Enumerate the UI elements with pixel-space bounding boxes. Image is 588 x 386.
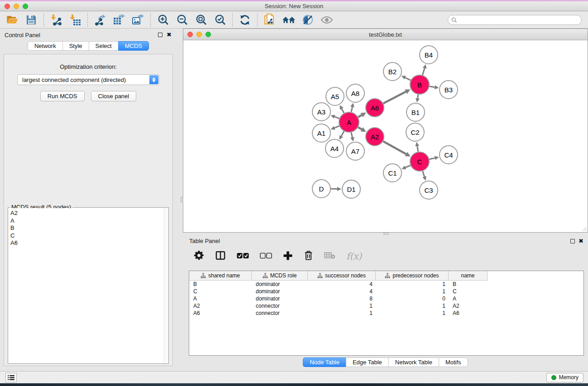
node-D1[interactable]: D1 xyxy=(342,180,360,198)
import-network-button[interactable] xyxy=(48,13,64,27)
edge-B-B3[interactable] xyxy=(430,86,435,87)
edge-A-A5[interactable] xyxy=(342,109,344,113)
node-A1[interactable]: A1 xyxy=(312,124,330,142)
result-item[interactable]: A xyxy=(10,217,164,225)
show-hide-button[interactable] xyxy=(319,13,335,27)
node-B4[interactable]: B4 xyxy=(420,46,438,64)
table-row[interactable]: Adominator80A xyxy=(189,295,583,302)
table-cell[interactable]: 1 xyxy=(376,303,449,309)
search-input[interactable] xyxy=(459,17,581,23)
node-A6[interactable]: A6 xyxy=(366,99,384,117)
table-cell[interactable]: 1 xyxy=(376,281,449,287)
node-D[interactable]: D xyxy=(312,180,330,198)
edge-A-A3[interactable] xyxy=(335,117,339,119)
table-cell[interactable]: dominator xyxy=(252,295,308,302)
mcds-result-list[interactable]: A2ABCA6 xyxy=(9,208,164,363)
node-C[interactable]: C xyxy=(410,152,429,171)
table-cell[interactable]: 4 xyxy=(308,288,376,295)
edge-A-A8[interactable] xyxy=(351,107,353,112)
memory-button[interactable]: Memory xyxy=(546,373,583,382)
result-item[interactable]: A2 xyxy=(10,210,164,217)
edge-A6-B[interactable] xyxy=(383,92,406,104)
table-cell[interactable]: connector xyxy=(252,310,308,316)
tab-motifs[interactable]: Motifs xyxy=(439,357,468,367)
table-cell[interactable]: A2 xyxy=(189,303,252,309)
tab-network-table[interactable]: Network Table xyxy=(388,357,439,367)
import-table-button[interactable] xyxy=(67,13,83,27)
export-image-button[interactable] xyxy=(130,13,146,27)
edge-A-A4[interactable] xyxy=(341,131,344,136)
criterion-select[interactable]: largest connected component (directed) xyxy=(17,74,159,85)
table-cell[interactable]: 1 xyxy=(308,310,376,316)
edge-C-C4[interactable] xyxy=(429,158,435,159)
search-field[interactable] xyxy=(448,15,582,25)
apply-preferred-layout-button[interactable] xyxy=(237,13,253,27)
float-panel-icon[interactable] xyxy=(157,32,163,38)
table-cell[interactable]: C xyxy=(449,288,488,295)
node-A3[interactable]: A3 xyxy=(312,103,330,121)
node-B2[interactable]: B2 xyxy=(383,62,402,81)
table-cell[interactable]: A xyxy=(449,295,488,302)
tab-network[interactable]: Network xyxy=(28,41,62,51)
table-row[interactable]: Bdominator41B xyxy=(189,281,583,288)
resize-grip-icon[interactable] xyxy=(581,226,587,232)
toggle-graphics-details-button[interactable] xyxy=(300,13,316,27)
edge-C-C3[interactable] xyxy=(423,171,425,177)
table-float-panel-icon[interactable] xyxy=(569,238,575,244)
table-cell[interactable]: dominator xyxy=(252,288,308,295)
table-cell[interactable]: C xyxy=(189,288,252,295)
export-network-button[interactable] xyxy=(92,13,108,27)
node-A2[interactable]: A2 xyxy=(366,128,384,146)
zoom-selected-button[interactable] xyxy=(212,13,228,27)
table-cell[interactable]: A6 xyxy=(449,310,488,316)
table-cell[interactable]: A xyxy=(189,295,252,302)
save-session-button[interactable] xyxy=(24,13,39,27)
table-cell[interactable]: dominator xyxy=(252,281,308,287)
export-table-button[interactable] xyxy=(111,13,127,27)
node-A7[interactable]: A7 xyxy=(346,142,364,160)
zoom-in-button[interactable] xyxy=(155,13,171,27)
table-row[interactable]: A2connector11A2 xyxy=(189,302,583,310)
column-header-predecessor-nodes[interactable]: predecessor nodes xyxy=(376,271,449,281)
edge-B-B1[interactable] xyxy=(418,95,418,99)
edge-B-B2[interactable] xyxy=(405,78,411,81)
table-cell[interactable]: connector xyxy=(252,303,308,309)
node-C4[interactable]: C4 xyxy=(440,146,458,164)
tab-mcds[interactable]: MCDS xyxy=(118,41,149,51)
show-panels-button[interactable] xyxy=(5,373,17,382)
edge-A2-C[interactable] xyxy=(383,141,406,154)
edge-B-B4[interactable] xyxy=(422,68,425,75)
node-C2[interactable]: C2 xyxy=(406,123,424,141)
edge-A-A7[interactable] xyxy=(351,133,353,138)
node-C3[interactable]: C3 xyxy=(420,181,438,199)
network-graph[interactable]: B4B2BB3A8A5A6A3B1AC2A1A2A4A7C4CC1C3DD1 xyxy=(184,41,587,233)
table-cell[interactable]: 0 xyxy=(376,295,449,302)
tab-select[interactable]: Select xyxy=(89,41,118,51)
close-panel-icon[interactable]: ✖ xyxy=(166,32,172,38)
edge-C-C1[interactable] xyxy=(406,166,411,168)
table-cell[interactable]: 1 xyxy=(308,303,376,309)
node-A4[interactable]: A4 xyxy=(325,139,344,157)
column-header-shared-name[interactable]: shared name xyxy=(189,271,252,281)
table-cell[interactable]: A6 xyxy=(189,310,252,316)
new-network-from-selection-button[interactable] xyxy=(262,13,277,27)
edge-A-A1[interactable] xyxy=(335,126,339,128)
edge-A-A6[interactable] xyxy=(358,115,362,117)
result-item[interactable]: A6 xyxy=(10,239,164,247)
table-cell[interactable]: A2 xyxy=(449,303,488,309)
zoom-out-button[interactable] xyxy=(174,13,190,27)
table-cell[interactable]: 1 xyxy=(376,288,449,295)
tab-node-table[interactable]: Node Table xyxy=(303,357,346,367)
table-cell[interactable]: 8 xyxy=(308,295,376,302)
tab-edge-table[interactable]: Edge Table xyxy=(346,357,388,367)
node-C1[interactable]: C1 xyxy=(383,164,402,182)
node-B[interactable]: B xyxy=(410,75,429,94)
first-neighbors-button[interactable] xyxy=(281,13,296,27)
delete-columns-button[interactable] xyxy=(304,250,313,262)
tab-style[interactable]: Style xyxy=(62,41,89,51)
column-header-name[interactable]: name xyxy=(449,271,488,281)
table-cell[interactable]: B xyxy=(449,281,488,287)
deselect-all-rows-button[interactable] xyxy=(260,253,272,260)
node-A5[interactable]: A5 xyxy=(326,87,344,105)
zoom-fit-content-button[interactable] xyxy=(193,13,209,27)
